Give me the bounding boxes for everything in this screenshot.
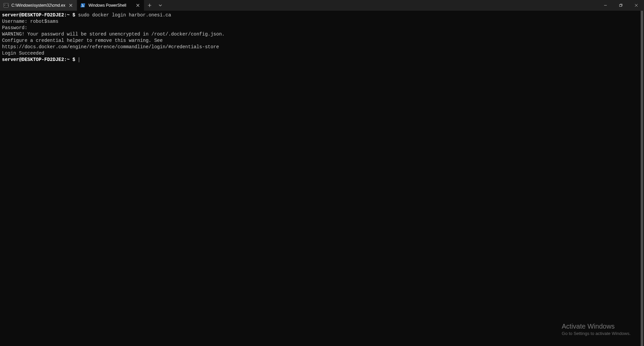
tab-label: Windows PowerShell: [89, 3, 132, 8]
new-tab-button[interactable]: [144, 0, 155, 11]
window-controls: [598, 0, 644, 11]
powershell-icon: [80, 3, 86, 8]
scrollbar[interactable]: [640, 11, 644, 346]
close-icon[interactable]: [135, 3, 141, 8]
svg-text:C:\: C:\: [4, 4, 9, 7]
close-window-button[interactable]: [629, 0, 644, 11]
terminal-line: Password:: [2, 25, 642, 31]
titlebar: C:\ C:\Windows\system32\cmd.ex Windows P…: [0, 0, 644, 11]
new-tab-area: [144, 0, 166, 11]
terminal-line: WARNING! Your password will be stored un…: [2, 31, 642, 38]
terminal-prompt-current: server@DESKTOP-FD2DJE2:~ $: [2, 57, 642, 63]
terminal-line: Login Succeeded: [2, 50, 642, 57]
terminal-output[interactable]: server@DESKTOP-FD2DJE2:~ $ sudo docker l…: [0, 11, 644, 346]
terminal-line: Username: robot$sams: [2, 18, 642, 25]
svg-rect-2: [620, 5, 622, 7]
terminal-line: server@DESKTOP-FD2DJE2:~ $ sudo docker l…: [2, 12, 642, 18]
close-icon[interactable]: [68, 3, 73, 8]
tab-strip: C:\ C:\Windows\system32\cmd.ex Windows P…: [0, 0, 144, 11]
tab-dropdown-button[interactable]: [155, 0, 166, 11]
tab-powershell[interactable]: Windows PowerShell: [77, 0, 144, 11]
minimize-button[interactable]: [598, 0, 613, 11]
terminal-line: https://docs.docker.com/engine/reference…: [2, 44, 642, 50]
terminal-line: Configure a credential helper to remove …: [2, 38, 642, 44]
tab-label: C:\Windows\system32\cmd.ex: [11, 3, 65, 8]
scrollbar-thumb[interactable]: [641, 11, 643, 346]
cursor: [79, 57, 79, 62]
cmd-icon: C:\: [3, 3, 9, 8]
titlebar-drag-area[interactable]: [166, 0, 598, 11]
maximize-button[interactable]: [613, 0, 629, 11]
tab-cmd[interactable]: C:\ C:\Windows\system32\cmd.ex: [0, 0, 77, 11]
